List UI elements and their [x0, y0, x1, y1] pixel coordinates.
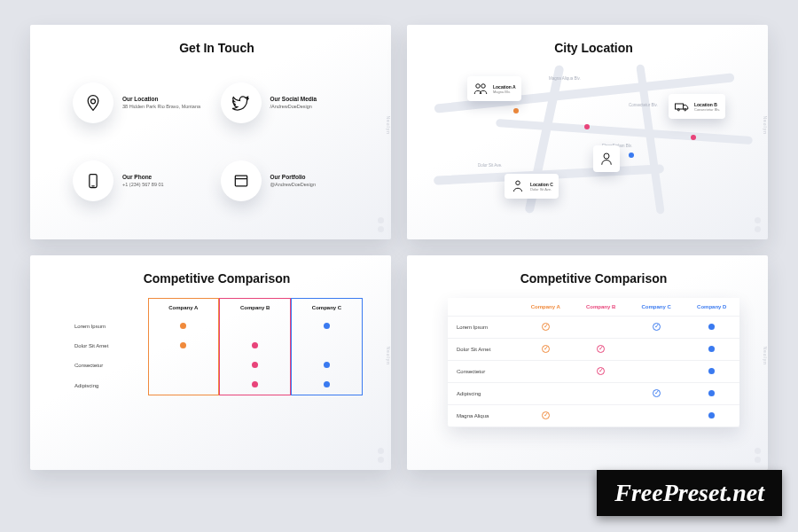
comparison-table: Company A Company B Company C Lorem Ipsu… — [71, 298, 363, 395]
slide-comparison-4col: Competitive Comparison Company A Company… — [407, 255, 768, 470]
brand-vertical-label: Neolyn — [763, 346, 768, 365]
location-pin-icon — [73, 82, 113, 123]
contact-portfolio: Our Portfolio@AndrewDoeDesign — [221, 147, 362, 215]
svg-point-11 — [604, 153, 609, 159]
contact-location: Our Location38 Hidden Park Rio Bravo, Mo… — [73, 69, 214, 137]
svg-point-5 — [476, 84, 481, 89]
map-pin-icon — [629, 153, 634, 158]
slide-contact: Get In Touch Our Location38 Hidden Park … — [30, 25, 391, 239]
watermark-banner: FreePreset.net — [597, 470, 782, 516]
check-ring-icon — [597, 345, 605, 353]
svg-point-10 — [516, 181, 520, 185]
people-group-icon — [473, 81, 489, 97]
dot-marker — [708, 368, 715, 374]
dot-marker — [324, 381, 330, 387]
dot-marker — [708, 324, 715, 330]
svg-point-6 — [481, 84, 486, 89]
dot-marker — [324, 362, 330, 368]
dot-marker — [180, 323, 186, 329]
browser-window-icon — [221, 160, 262, 201]
slide-title: Get In Touch — [66, 41, 368, 55]
road — [496, 119, 753, 145]
map-pin-icon — [513, 108, 519, 113]
map-tag-person — [593, 145, 620, 172]
brand-vertical-label: Neolyn — [386, 115, 391, 135]
check-ring-icon — [653, 323, 661, 331]
svg-rect-3 — [235, 176, 246, 186]
person-avatar-icon — [598, 151, 614, 167]
svg-rect-7 — [676, 104, 684, 109]
phone-icon — [73, 160, 113, 201]
delivery-truck-icon — [674, 98, 690, 114]
dot-marker — [252, 362, 258, 368]
pager-dots — [755, 448, 761, 463]
slides-grid: Get In Touch Our Location38 Hidden Park … — [0, 0, 798, 532]
check-ring-icon — [542, 411, 550, 419]
dot-marker — [180, 342, 186, 348]
map-pin-icon — [691, 135, 696, 140]
comparison-table-3: Company A Company B Company C Lorem Ipsu… — [66, 294, 368, 454]
map-area: Magna Aliqua Blv. Consectetur Blv. Elana… — [442, 64, 745, 223]
map-tag-c: Location CDolor Sit Ave. — [505, 174, 559, 199]
pager-dots — [755, 217, 761, 232]
pager-dots — [378, 448, 384, 463]
dot-marker — [252, 381, 258, 387]
map-tag-b: Location BConsectetur Blv. — [669, 94, 725, 119]
pager-dots — [378, 217, 384, 232]
dot-marker — [708, 346, 715, 352]
comparison-table: Company A Company B Company C Company D … — [448, 298, 739, 427]
check-ring-icon — [542, 345, 550, 353]
slide-map: City Location Magna Aliqua Blv. Consecte… — [407, 25, 768, 239]
brand-vertical-label: Neolyn — [386, 346, 391, 365]
twitter-bird-icon — [221, 82, 262, 123]
svg-point-9 — [685, 109, 686, 111]
map-tag-a: Location AMagna Blv. — [467, 76, 521, 101]
map-pin-icon — [584, 124, 590, 129]
check-ring-icon — [653, 389, 661, 397]
brand-vertical-label: Neolyn — [763, 115, 768, 135]
check-ring-icon — [542, 323, 550, 331]
slide-title: Competitive Comparison — [442, 271, 745, 286]
slide-title: Competitive Comparison — [66, 271, 368, 286]
contact-phone: Our Phone+1 (234) 567 89 01 — [73, 147, 214, 215]
slide-comparison-3col: Competitive Comparison Company A Company… — [30, 255, 391, 470]
dot-marker — [324, 323, 330, 329]
contact-social: Our Social Media/AndrewDoeDesign — [221, 69, 362, 137]
dot-marker — [708, 390, 715, 396]
person-icon — [510, 178, 526, 194]
comparison-table-4: Company A Company B Company C Company D … — [442, 294, 745, 454]
svg-point-8 — [677, 109, 679, 111]
contact-grid: Our Location38 Hidden Park Rio Bravo, Mo… — [66, 64, 368, 223]
dot-marker — [708, 412, 715, 419]
check-ring-icon — [597, 367, 605, 375]
dot-marker — [252, 342, 258, 348]
slide-title: City Location — [442, 41, 745, 55]
svg-point-0 — [91, 99, 96, 104]
